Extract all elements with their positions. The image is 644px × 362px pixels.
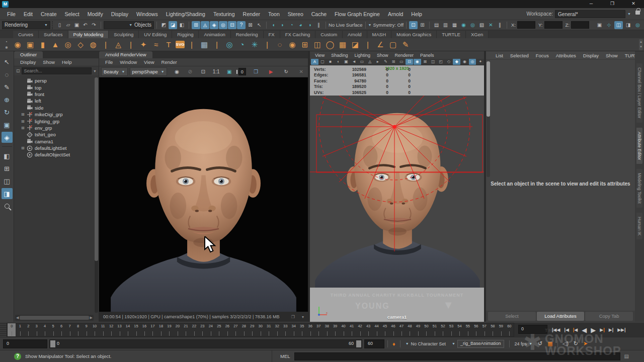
frame-47[interactable]: 47: [397, 323, 406, 336]
outliner-vertical-scrollbar[interactable]: [95, 77, 98, 313]
renderview-menu-item[interactable]: File: [102, 58, 116, 66]
grid-fill-icon[interactable]: ▦: [337, 39, 348, 50]
frame-41[interactable]: 41: [348, 323, 356, 336]
current-frame-field[interactable]: 0: [518, 325, 547, 334]
layered-texture-icon[interactable]: ◉: [287, 39, 298, 50]
shelf-tab[interactable]: TURTLE: [437, 31, 466, 38]
restore-button[interactable]: ❐: [602, 0, 623, 8]
save-image-icon[interactable]: ❒: [251, 69, 261, 74]
show-manipulator-tool[interactable]: ◈: [2, 132, 13, 143]
animation-end-field[interactable]: 60: [364, 339, 384, 348]
outliner-item[interactable]: top: [14, 84, 95, 90]
frame-5[interactable]: 5: [49, 323, 57, 336]
camera-dropdown[interactable]: perspShape▼: [130, 67, 167, 76]
menu-set-dropdown[interactable]: Rendering▼: [2, 21, 50, 29]
single-pane-layout-button[interactable]: ◧: [2, 150, 13, 161]
attribute-editor-scrollbar[interactable]: [487, 61, 490, 177]
outliner-item[interactable]: defaultObjectSet: [14, 151, 95, 158]
construction-plane-icon[interactable]: ◎: [224, 39, 235, 50]
poly-torus-icon[interactable]: ◎: [62, 39, 73, 50]
frame-24[interactable]: 24: [207, 323, 215, 336]
tool-settings-toggle-icon[interactable]: ◨: [624, 21, 632, 29]
shelf-tab[interactable]: MASH: [367, 31, 391, 38]
symmetry-chevron-icon[interactable]: ▼: [368, 23, 372, 27]
search-input[interactable]: Search...: [22, 67, 92, 74]
animation-start-field[interactable]: 0: [3, 339, 47, 348]
modeling-toolkit-toggle-icon[interactable]: ▣: [595, 21, 604, 29]
curve-snap-icon[interactable]: ◗: [278, 21, 287, 29]
chevron-down-icon[interactable]: ▼: [627, 12, 631, 16]
ipr-render-icon[interactable]: ▦: [450, 21, 459, 29]
menu-item[interactable]: Select: [61, 9, 84, 19]
shelf-tab[interactable]: Sculpting: [109, 31, 139, 38]
frame-54[interactable]: 54: [455, 323, 463, 336]
menu-item[interactable]: Texturing: [209, 9, 239, 19]
playback-loop-icon[interactable]: ↺: [536, 340, 544, 347]
animation-preferences-icon[interactable]: ➤: [582, 340, 589, 347]
lasso-tool[interactable]: ◌: [2, 69, 13, 80]
play-backwards-button[interactable]: ◀: [580, 326, 588, 334]
outliner-tab[interactable]: Outliner: [14, 51, 43, 58]
expand-icon[interactable]: ⊞: [21, 112, 27, 117]
menu-item[interactable]: Create: [37, 9, 61, 19]
time-node-icon[interactable]: ◔: [236, 39, 248, 50]
frame-10[interactable]: 10: [91, 323, 99, 336]
frame-9[interactable]: 9: [82, 323, 90, 336]
safe-title-icon[interactable]: ◰: [437, 59, 445, 65]
z-input[interactable]: [571, 21, 589, 29]
outliner-menu-item[interactable]: Show: [40, 58, 58, 66]
workspace-dropdown[interactable]: General*: [555, 10, 625, 18]
menu-item[interactable]: Help: [407, 9, 426, 19]
attribute-editor-menu-item[interactable]: Focus: [532, 52, 552, 59]
menu-item[interactable]: Lighting/Shading: [162, 9, 209, 19]
ab-compare-icon[interactable]: ⊘: [185, 69, 195, 74]
scale-tool[interactable]: ▣: [2, 119, 13, 130]
frame-27[interactable]: 27: [231, 323, 239, 336]
outliner-item[interactable]: ⊞ lighting_grp: [14, 118, 95, 124]
frame-35[interactable]: 35: [298, 323, 306, 336]
frame-53[interactable]: 53: [447, 323, 455, 336]
quick-select-icon[interactable]: ?: [237, 21, 246, 29]
outliner-persp-layout-button[interactable]: ◨: [2, 188, 13, 199]
start-render-icon[interactable]: ▶: [266, 69, 276, 74]
character-set-dropdown[interactable]: ▼No Character Set: [404, 339, 448, 348]
sep[interactable]: |: [125, 39, 136, 50]
frame-43[interactable]: 43: [364, 323, 372, 336]
crop-region-icon[interactable]: ⊡: [198, 69, 208, 74]
outliner-item[interactable]: front: [14, 91, 95, 98]
fps-dropdown[interactable]: 24 fps▼: [513, 339, 534, 348]
frame-19[interactable]: 19: [165, 323, 173, 336]
search-dropdown-icon[interactable]: ▼: [93, 69, 97, 73]
y-input[interactable]: [544, 21, 562, 29]
xray-icon[interactable]: ◎: [469, 59, 476, 65]
status-expand-icon[interactable]: ❐: [291, 315, 295, 319]
viewport-menu-item[interactable]: View: [312, 52, 328, 58]
outliner-item[interactable]: persp: [14, 77, 95, 84]
frame-11[interactable]: 11: [99, 323, 107, 336]
selection-mask-dropdown[interactable]: ▼Objects: [104, 21, 154, 29]
frame-12[interactable]: 12: [107, 323, 115, 336]
evaluation-icon[interactable]: ◑: [305, 21, 314, 29]
go-to-end-button[interactable]: ▶▶|: [616, 327, 627, 332]
camera-attributes-icon[interactable]: ◄: [350, 59, 358, 65]
frame-33[interactable]: 33: [281, 323, 289, 336]
time-editor-clip-icon[interactable]: ▦: [546, 340, 554, 347]
frame-55[interactable]: 55: [464, 323, 472, 336]
shadows-icon[interactable]: ▣: [343, 59, 350, 65]
outliner-menu-item[interactable]: Display: [17, 58, 39, 66]
viewport-scene[interactable]: [310, 96, 484, 288]
debug-value-field[interactable]: 0: [238, 68, 246, 75]
circularize-icon[interactable]: ◯: [325, 39, 336, 50]
outliner-menu-item[interactable]: Help: [59, 58, 75, 66]
outliner-horizontal-scrollbar[interactable]: ◀▶: [15, 315, 94, 321]
selection-mode-icon[interactable]: A: [311, 59, 318, 65]
range-end-handle[interactable]: [356, 340, 361, 347]
grid-icon[interactable]: ⊞: [390, 59, 397, 65]
frame-51[interactable]: 51: [431, 323, 439, 336]
shelf-scroll-arrows[interactable]: ▲▼: [639, 39, 643, 50]
frame-52[interactable]: 52: [439, 323, 447, 336]
expand-icon[interactable]: ⊞: [21, 146, 27, 150]
shelf-tab[interactable]: XGen: [466, 31, 489, 38]
attribute-editor-menu-item[interactable]: Selected: [507, 52, 532, 59]
svg-tool-icon[interactable]: SVG: [176, 41, 185, 48]
